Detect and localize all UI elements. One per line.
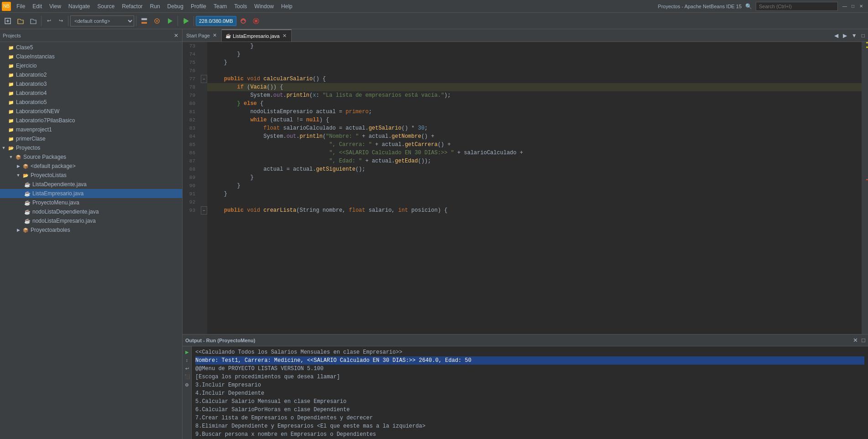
run-button[interactable] (164, 15, 176, 27)
output-line-2: Nombre: Test1, Carrera: Medicine, <<SALA… (195, 356, 864, 365)
output-line-9: 7.Crear lista de Empresarios o Dependien… (195, 414, 864, 422)
tree-item-lab7[interactable]: 📁 Laboratorio7PilasBasico (0, 116, 182, 125)
tree-item-nodolista-empresario[interactable]: ☕ nodoListaEmpresario.java (0, 216, 182, 225)
toolbar-separator-4 (178, 16, 178, 26)
tree-item-lab2[interactable]: 📁 Laboratorio2 (0, 70, 182, 79)
line-num-93: 93 (183, 206, 198, 214)
tree-item-claseinstancias[interactable]: 📁 ClaseInstancias (0, 52, 182, 61)
menu-file[interactable]: File (13, 1, 29, 11)
config-dropdown[interactable]: <default config> (70, 16, 134, 26)
undo-button[interactable]: ↩ (43, 15, 54, 27)
tree-toggle[interactable]: ▼ (15, 173, 22, 178)
tree-item-ejercicio[interactable]: 📁 Ejercicio (0, 61, 182, 70)
tree-item-lab5[interactable]: 📁 Laboratorio5 (0, 98, 182, 107)
tabs-nav-left[interactable]: ◀ (833, 32, 840, 39)
output-wrap-icon[interactable]: ↩ (183, 365, 191, 372)
line-num-75: 75 (183, 58, 198, 67)
tree-toggle[interactable]: ▶ (15, 164, 22, 168)
fold-btn-74 (201, 50, 207, 58)
tree-item-primerclase[interactable]: 📁 primerClase (0, 134, 182, 143)
tree-label: Laboratorio7PilasBasico (16, 117, 75, 124)
menu-source[interactable]: Source (94, 1, 118, 11)
menu-navigate[interactable]: Navigate (65, 1, 94, 11)
tree-item-default-package[interactable]: ▶ 📦 <default package> (0, 162, 182, 171)
output-left-icons: ▶ ↕ ↩ ⬛ ⚙ (183, 346, 192, 439)
gc-button[interactable] (237, 15, 249, 27)
menu-refactor[interactable]: Refactor (118, 1, 146, 11)
code-line-73: } (207, 42, 862, 50)
project-icon: 📁 (7, 135, 15, 142)
menu-profile[interactable]: Profile (187, 1, 210, 11)
menu-edit[interactable]: Edit (29, 1, 46, 11)
redo-button[interactable]: ↪ (55, 15, 66, 27)
tree-item-nodolista-dependiente[interactable]: ☕ nodoListaDependiente.java (0, 207, 182, 216)
clean-build-button[interactable] (151, 15, 163, 27)
tree-item-clase5[interactable]: 📁 Clase5 (0, 43, 182, 52)
tree-item-maven[interactable]: 📁 mavenproject1 (0, 125, 182, 134)
tabs-nav-right[interactable]: ▶ (842, 32, 848, 39)
menu-view[interactable]: View (46, 1, 65, 11)
project-icon: 📁 (7, 62, 15, 69)
tree-item-lab4[interactable]: 📁 Laboratorio4 (0, 89, 182, 98)
fold-btn-77[interactable]: − (201, 75, 207, 83)
tree-label: ListaEmpresario.java (32, 190, 84, 197)
tab-lista-empresario[interactable]: ☕ ListaEmpresario.java ✕ (222, 29, 292, 42)
output-line-6: 4.Incluir Dependiente (195, 389, 864, 397)
search-input[interactable] (756, 2, 838, 11)
new-project-button[interactable] (2, 15, 14, 27)
project-icon: 📁 (7, 53, 15, 60)
maximize-button[interactable]: □ (850, 3, 856, 10)
debug-project-button[interactable] (180, 15, 192, 27)
menu-debug[interactable]: Debug (164, 1, 187, 11)
right-panel: Start Page ✕ ☕ ListaEmpresario.java ✕ ◀ … (183, 29, 868, 439)
project-icon: 📁 (7, 44, 15, 51)
java-file-tab-icon: ☕ (225, 33, 231, 38)
output-play-icon[interactable]: ▶ (183, 348, 191, 355)
stop-button[interactable] (250, 15, 262, 27)
code-line-80: } else { (207, 99, 862, 108)
tabs-nav-menu[interactable]: ▼ (850, 32, 858, 39)
tree-toggle[interactable]: ▼ (0, 146, 7, 150)
line-num-88: 88 (183, 165, 198, 173)
menu-bar-right: Proyectos - Apache NetBeans IDE 15 🔍 — □… (658, 2, 868, 11)
menu-window[interactable]: Window (251, 1, 277, 11)
fold-btn-93[interactable]: − (201, 206, 207, 214)
close-button[interactable]: ✕ (858, 3, 864, 10)
tree-toggle[interactable]: ▶ (15, 228, 22, 232)
open-project-button[interactable] (15, 15, 26, 27)
tree-item-lab6new[interactable]: 📁 Laboratorio6NEW (0, 107, 182, 116)
minimize-button[interactable]: — (842, 3, 848, 10)
tree-item-lab3[interactable]: 📁 Laboratorio3 (0, 79, 182, 89)
tabs-maximize[interactable]: □ (860, 32, 866, 39)
toolbar-separator-1 (41, 16, 42, 26)
menu-help[interactable]: Help (277, 1, 296, 11)
menu-run[interactable]: Run (146, 1, 164, 11)
menu-team[interactable]: Team (210, 1, 230, 11)
output-clear-icon[interactable]: ⬛ (183, 373, 191, 380)
code-line-88: actual = actual.getSiguiente(); (207, 165, 862, 173)
build-button[interactable] (138, 15, 150, 27)
code-content[interactable]: } } } public void calcularSalario() { if… (207, 42, 862, 334)
output-filter-icon[interactable]: ⚙ (183, 381, 191, 388)
tab-lista-empresario-close[interactable]: ✕ (282, 33, 288, 38)
output-close-button[interactable]: ✕ (853, 337, 858, 344)
tree-item-proyectomenu[interactable]: ☕ ProyectoMenu.java (0, 198, 182, 207)
tab-start-page[interactable]: Start Page ✕ (183, 29, 222, 42)
tree-item-proyectoarboles[interactable]: ▶ 📦 Proyectoarboles (0, 225, 182, 235)
panel-minimize-button[interactable]: ✕ (173, 32, 179, 39)
tree-item-listaempresario[interactable]: ☕ ListaEmpresario.java (0, 189, 182, 198)
tree-item-source-packages[interactable]: ▼ 📦 Source Packages (0, 152, 182, 162)
menu-tools[interactable]: Tools (230, 1, 251, 11)
tree-item-listadependiente[interactable]: ☕ ListaDependiente.java (0, 180, 182, 189)
tree-toggle[interactable]: ▼ (7, 155, 15, 159)
svg-rect-11 (255, 20, 257, 22)
tree-item-proyectolistas[interactable]: ▼ 📂 ProyectoListas (0, 171, 182, 180)
memory-button[interactable]: 228.0/380.0MB (196, 16, 236, 26)
output-scroll-icon[interactable]: ↕ (183, 356, 191, 364)
output-maximize-button[interactable]: □ (862, 337, 865, 344)
tree-item-proyectos[interactable]: ▼ 📂 Proyectos (0, 143, 182, 152)
tab-start-page-close[interactable]: ✕ (212, 33, 218, 38)
project-icon: 📁 (7, 89, 15, 97)
close-project-button[interactable] (27, 15, 39, 27)
code-line-90: } (207, 182, 862, 190)
